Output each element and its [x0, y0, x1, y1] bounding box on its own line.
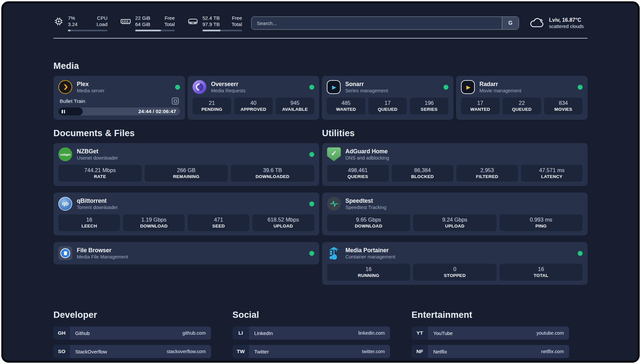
bookmarks-entertainment: Entertainment YT YouTube youtube.com NF …	[412, 310, 569, 363]
radarr-icon: ▶	[461, 80, 475, 94]
app-card-filebrowser[interactable]: File Browser Media File Management	[53, 242, 319, 264]
memory-progress-bar	[135, 30, 175, 31]
stat-tile: 22 QUEUED	[503, 98, 541, 114]
memory-free-label: Free	[164, 15, 175, 21]
now-playing-title: Bullet Train	[60, 98, 85, 104]
stat-tile: 471 SEED	[188, 214, 249, 231]
stat-tile: 40 APPROVED	[234, 98, 273, 114]
app-card-overseerr[interactable]: Overseerr Media Requests 21 PENDING 40 A…	[188, 76, 319, 120]
app-description: Media Requests	[211, 88, 246, 94]
status-indicator	[309, 201, 314, 206]
app-card-adguard[interactable]: ✓ AdGuard Home DNS and adblocking 498,46…	[322, 143, 588, 186]
stat-tile: 16 LEECH	[58, 214, 120, 231]
stat-tile: 196 SERIES	[410, 98, 448, 114]
search-input[interactable]	[252, 17, 502, 29]
app-description: Container management	[346, 254, 396, 260]
stat-tile: 0.993 ms PING	[500, 214, 583, 231]
app-description: Usenet downloader	[77, 155, 118, 161]
stat-tile: 17 QUEUED	[368, 98, 407, 114]
filebrowser-icon	[58, 246, 72, 260]
speedtest-pulse-icon	[327, 197, 341, 211]
header-divider	[53, 38, 588, 39]
bookmark-abbr: LI	[232, 326, 249, 340]
cpu-load-label: Load	[97, 21, 107, 27]
app-card-sonarr[interactable]: ▶ Sonarr Series management 485 WANTED 17…	[322, 76, 453, 120]
cpu-usage-label: CPU	[97, 15, 107, 21]
memory-icon	[120, 16, 131, 27]
bookmark-name: Netflix	[433, 349, 447, 354]
stat-tile: 86,384 BLOCKED	[392, 165, 453, 182]
bookmark-abbr: NF	[412, 345, 428, 358]
section-title-social: Social	[232, 310, 390, 320]
bookmark-linkedin[interactable]: LI LinkedIn linkedin.com	[232, 326, 390, 340]
bookmark-url: stackoverflow.com	[167, 349, 206, 354]
cpu-icon	[53, 16, 64, 27]
stat-tile: 485 WANTED	[327, 98, 365, 114]
stat-tile: 1.19 Gbps DOWNLOAD	[123, 214, 185, 231]
bookmark-url: netflix.com	[541, 349, 564, 354]
app-name: qBittorrent	[77, 197, 118, 204]
pause-icon[interactable]	[62, 110, 65, 113]
session-settings-icon[interactable]	[172, 98, 179, 105]
stat-tile: 9.24 Gbps UPLOAD	[413, 214, 497, 231]
overseerr-icon	[193, 80, 206, 94]
qbittorrent-icon: qb	[58, 197, 72, 211]
stat-tile: 834 MOVIES	[544, 98, 583, 114]
stat-tile: 39.6 TB DOWNLOADED	[231, 165, 314, 182]
section-title-documents: Documents & Files	[53, 128, 319, 138]
stat-tile: 16 TOTAL	[500, 264, 583, 281]
bookmark-abbr: GH	[53, 326, 70, 340]
app-name: Radarr	[479, 80, 521, 88]
disk-free-label: Free	[231, 15, 242, 21]
bookmarks-developer: Developer GH Github github.com SO StackO…	[53, 310, 211, 363]
stat-tile: 9.65 Gbps DOWNLOAD	[327, 214, 411, 231]
bookmark-netflix[interactable]: NF Netflix netflix.com	[412, 345, 569, 358]
disk-icon	[187, 16, 198, 27]
bookmark-url: youtube.com	[536, 330, 564, 336]
stat-tile: 266 GB REMAINING	[145, 165, 228, 182]
stat-tile: 17 WANTED	[461, 98, 500, 114]
app-name: File Browser	[77, 247, 128, 254]
weather-widget: Lviv, 16.87°C scattered clouds	[529, 17, 588, 30]
cloud-icon	[529, 17, 545, 29]
section-title-developer: Developer	[53, 310, 211, 320]
cpu-stat: 7% 3.24 CPU Load	[53, 15, 107, 31]
memory-total-value: 64 GiB	[135, 21, 150, 27]
status-indicator	[443, 85, 448, 90]
app-name: Speedtest	[346, 197, 386, 204]
search-engine-button[interactable]: G	[502, 17, 519, 29]
app-name: Sonarr	[345, 80, 388, 88]
app-card-qbittorrent[interactable]: qb qBittorrent Torrent downloader 16 LEE…	[53, 193, 319, 235]
bookmark-abbr: SO	[53, 345, 70, 358]
search-bar: G	[251, 16, 519, 30]
stat-tile: 47.571 ms LATENCY	[521, 165, 583, 182]
bookmarks-social: Social LI LinkedIn linkedin.com TW Twitt…	[232, 310, 390, 363]
bookmark-youtube[interactable]: YT YouTube youtube.com	[412, 326, 569, 340]
bookmark-github[interactable]: GH Github github.com	[53, 326, 211, 340]
app-card-portainer[interactable]: Media Portainer Container management 16 …	[322, 242, 588, 285]
documents-column: Documents & Files nzbget NZBGet Usenet d…	[53, 128, 319, 291]
status-indicator	[309, 251, 314, 256]
cpu-progress-bar	[68, 30, 107, 31]
bookmark-twitter[interactable]: TW Twitter twitter.com	[232, 345, 390, 358]
bookmark-stackoverflow[interactable]: SO StackOverflow stackoverflow.com	[53, 345, 211, 358]
utilities-column: Utilities ✓ AdGuard Home DNS and adblock…	[322, 128, 588, 291]
stat-tile: 618.52 Mbps UPLOAD	[252, 214, 314, 231]
cpu-usage-value: 7%	[68, 15, 77, 21]
bookmarks-area: Developer GH Github github.com SO StackO…	[53, 310, 588, 363]
app-card-speedtest[interactable]: Speedtest Speedtest Tracking 9.65 Gbps D…	[322, 193, 588, 235]
playback-progress-bar[interactable]: 24:44 / 02:06:47	[58, 107, 180, 115]
playback-time: 24:44 / 02:06:47	[138, 107, 176, 115]
status-indicator	[309, 85, 314, 90]
stat-tile: 945 AVAILABLE	[276, 98, 314, 114]
app-card-radarr[interactable]: ▶ Radarr Movie management 17 WANTED 22 Q…	[456, 76, 588, 120]
app-name: NZBGet	[77, 148, 118, 155]
disk-progress-bar	[202, 30, 242, 31]
status-indicator	[309, 152, 314, 157]
disk-total-label: Total	[231, 21, 242, 27]
app-description: Media File Management	[77, 254, 128, 260]
app-card-plex[interactable]: Plex Media server Bullet Train 24:44 / 0…	[53, 76, 185, 120]
bookmark-url: github.com	[182, 330, 206, 336]
bookmark-name: LinkedIn	[254, 330, 273, 336]
app-card-nzbget[interactable]: nzbget NZBGet Usenet downloader 744.21 M…	[53, 143, 319, 186]
